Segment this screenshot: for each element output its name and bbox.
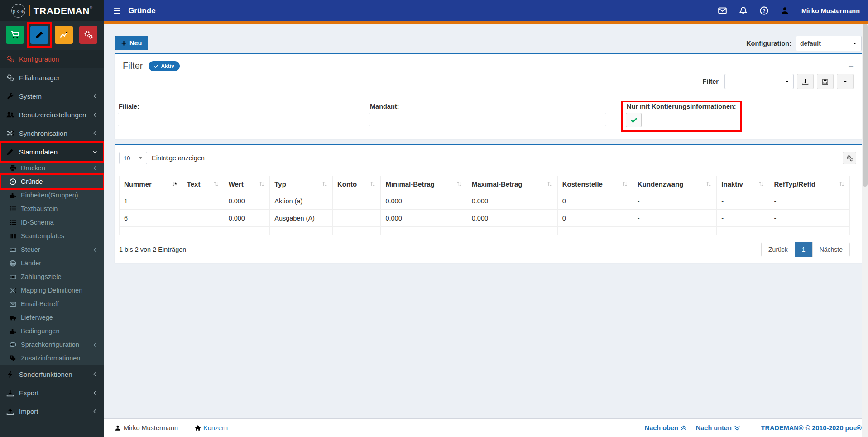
filter-panel-title: Filter	[123, 61, 143, 71]
pagination-next-button[interactable]: Nächste	[812, 242, 849, 257]
sidebar-subitem-zahlungsziele[interactable]: Zahlungsziele	[0, 270, 104, 283]
sort-icon	[213, 181, 219, 187]
caret-down-icon	[785, 79, 789, 84]
sidebar-subitem-lieferwege[interactable]: Lieferwege	[0, 311, 104, 324]
cart-button[interactable]	[6, 26, 24, 44]
hamburger-menu-icon[interactable]: ☰	[113, 7, 120, 15]
column-header-konto[interactable]: Konto	[332, 176, 380, 192]
sidebar-subitem-laender[interactable]: Länder	[0, 256, 104, 270]
sidebar-subitem-mapping-definitionen[interactable]: Mapping Definitionen	[0, 283, 104, 297]
chevron-left-icon	[92, 390, 97, 395]
scroll-to-top-link[interactable]: Nach oben	[645, 424, 687, 432]
column-header-typ[interactable]: Typ	[270, 176, 333, 192]
new-entry-button[interactable]: Neu	[115, 36, 148, 50]
column-header-maximal-betrag[interactable]: Maximal-Betrag	[467, 176, 557, 192]
cell-kostenstelle: 0	[557, 210, 633, 227]
sidebar-subitem-zusatzinformationen[interactable]: Zusatzinformationen	[0, 351, 104, 365]
sidebar-item-stammdaten[interactable]: Stammdaten	[0, 143, 104, 161]
envelope-icon[interactable]	[718, 6, 727, 15]
sidebar-item-benutzereinstellungen[interactable]: Benutzereinstellungen	[0, 106, 104, 124]
list-icon	[10, 219, 16, 226]
cell-inaktiv: -	[717, 192, 769, 210]
sidebar-item-filialmanager[interactable]: Filialmanager	[0, 68, 104, 87]
footer-company-link[interactable]: Konzern	[195, 424, 228, 432]
sidebar-subitem-gruende[interactable]: Gründe	[0, 175, 104, 188]
sidebar-subitem-einheiten-gruppen[interactable]: Einheiten(Gruppen)	[0, 188, 104, 202]
column-header-nummer[interactable]: Nummer	[120, 176, 182, 192]
sidebar-subitem-email-betreff[interactable]: Email-Betreff	[0, 297, 104, 311]
comment-icon	[10, 341, 16, 348]
scrollbar-thumb[interactable]	[863, 24, 868, 187]
configuration-label: Konfiguration:	[746, 40, 791, 47]
filter-more-options-button[interactable]	[837, 74, 854, 89]
save-filter-button[interactable]	[817, 74, 834, 89]
cell-nummer: 1	[120, 192, 182, 210]
sidebar-subitem-label: Mapping Definitionen	[21, 287, 82, 294]
pagination-page-1[interactable]: 1	[795, 242, 812, 257]
sidebar-subitem-label: Scantemplates	[21, 232, 64, 240]
filter-preset-select[interactable]	[724, 74, 794, 89]
sidebar-item-synchronisation[interactable]: Synchronisation	[0, 124, 104, 143]
column-header-wert[interactable]: Wert	[224, 176, 270, 192]
column-header-reftyp-refid[interactable]: RefTyp/RefId	[769, 176, 850, 192]
kontierung-label: Nur mit Kontierungsinformationen:	[626, 103, 736, 110]
sidebar-item-label: Stammdaten	[19, 148, 58, 156]
shuffle-icon	[10, 287, 16, 294]
current-user[interactable]: Mirko Mustermann	[801, 7, 860, 14]
question-circle-icon[interactable]	[760, 6, 768, 15]
footer: Mirko Mustermann Konzern Nach oben Nach …	[104, 418, 868, 437]
page-length-select[interactable]: 10	[119, 152, 147, 164]
upload-icon	[6, 408, 14, 415]
sidebar-subitem-scantemplates[interactable]: Scantemplates	[0, 229, 104, 243]
statistics-button[interactable]	[55, 26, 73, 44]
mandant-input[interactable]	[369, 113, 606, 126]
sidebar-subitem-textbaustein[interactable]: Textbaustein	[0, 202, 104, 216]
caret-down-icon	[138, 156, 143, 160]
load-filter-button[interactable]	[797, 74, 814, 89]
stammdaten-pencil-button[interactable]	[30, 26, 48, 44]
sidebar-item-sonderfunktionen[interactable]: Sonderfunktionen	[0, 365, 104, 384]
sidebar-subitem-drucken[interactable]: Drucken	[0, 161, 104, 175]
cell-minimal-betrag: 0.000	[381, 192, 467, 210]
column-header-inaktiv[interactable]: Inaktiv	[717, 176, 769, 192]
column-header-kundenzwang[interactable]: Kundenzwang	[633, 176, 716, 192]
sidebar-subitem-steuer[interactable]: Steuer	[0, 243, 104, 256]
bell-icon[interactable]	[739, 6, 748, 15]
sidebar-subitem-id-schema[interactable]: ID-Schema	[0, 216, 104, 229]
table-row[interactable]: 6 0,000 Ausgaben (A) 0,000 0,000 0 - - -	[120, 210, 850, 227]
sidebar-item-label: Benutzereinstellungen	[19, 111, 86, 119]
vertical-scrollbar[interactable]	[862, 24, 868, 437]
cell-inaktiv: -	[717, 210, 769, 227]
sidebar-item-import[interactable]: Import	[0, 402, 104, 421]
filiale-input[interactable]	[118, 113, 355, 126]
copyright: TRADEMAN® © 2010-2020 poe®	[761, 424, 862, 432]
settings-button[interactable]	[79, 26, 97, 44]
topbar-actions: Mirko Mustermann	[718, 6, 860, 15]
table-row[interactable]: 1 0.000 Aktion (a) 0.000 0.000 0 - - -	[120, 192, 850, 210]
gears-icon	[84, 30, 93, 39]
sidebar-subitem-label: Steuer	[21, 246, 40, 253]
barcode-icon	[10, 233, 16, 240]
content-toolbar: Neu Konfiguration: default	[115, 36, 862, 53]
sidebar-item-konfiguration[interactable]: Konfiguration	[0, 50, 104, 68]
column-header-kostenstelle[interactable]: Kostenstelle	[557, 176, 633, 192]
configuration-select[interactable]: default	[796, 36, 862, 51]
filter-select-label: Filter	[703, 78, 719, 85]
sidebar-item-system[interactable]: System	[0, 87, 104, 106]
table-info: 1 bis 2 von 2 Einträgen	[119, 246, 186, 253]
pagination-prev-button[interactable]: Zurück	[762, 242, 795, 257]
collapse-panel-icon[interactable]: −	[848, 62, 854, 71]
sidebar-subitem-bedingungen[interactable]: Bedingungen	[0, 324, 104, 338]
kontierung-checkbox[interactable]	[626, 113, 642, 127]
sidebar-subitem-label: Länder	[21, 259, 41, 267]
chart-line-icon	[59, 30, 68, 39]
user-icon[interactable]	[781, 6, 789, 15]
sort-icon	[839, 181, 845, 187]
sidebar-subitem-sprachkonfiguration[interactable]: Sprachkonfiguration	[0, 338, 104, 351]
column-header-minimal-betrag[interactable]: Minimal-Betrag	[381, 176, 467, 192]
column-header-text[interactable]: Text	[182, 176, 224, 192]
brand-name: TRADEMAN®	[34, 5, 93, 16]
scroll-to-bottom-link[interactable]: Nach unten	[696, 424, 740, 432]
sidebar-item-export[interactable]: Export	[0, 384, 104, 402]
table-settings-button[interactable]	[843, 152, 856, 164]
